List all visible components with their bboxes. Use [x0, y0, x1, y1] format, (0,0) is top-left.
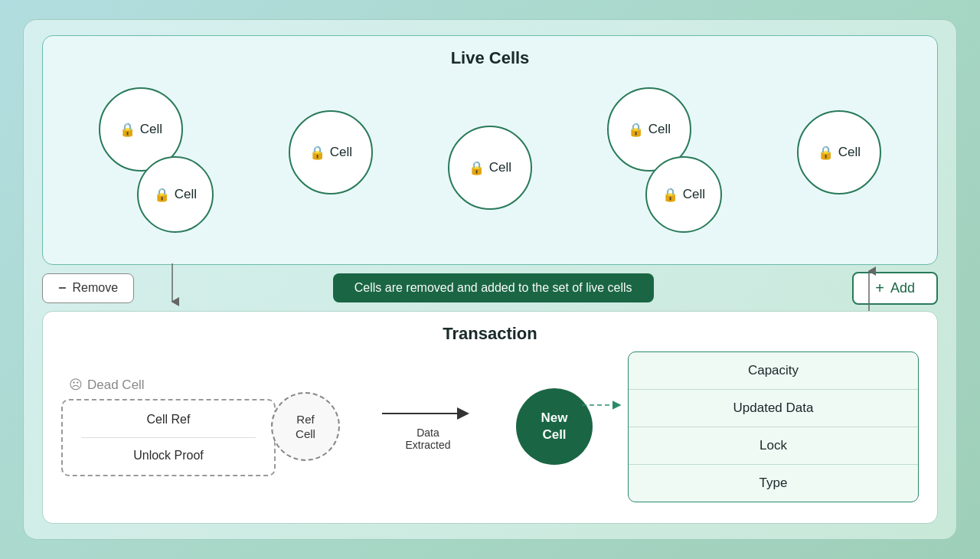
remove-label: Remove — [73, 281, 119, 295]
lock-icon-6: 🔒 — [662, 187, 678, 203]
ref-cell-container: RefCell — [271, 392, 340, 461]
cells-grid: 🔒 Cell 🔒 Cell 🔒 Cell 🔒 Cell — [61, 76, 919, 252]
new-cell-text: NewCell — [541, 410, 568, 443]
live-cell-2: 🔒 Cell — [137, 156, 214, 233]
remove-button[interactable]: − Remove — [42, 273, 134, 303]
cell-col-1: 🔒 Cell 🔒 Cell — [99, 87, 214, 233]
live-cells-section: Live Cells 🔒 Cell 🔒 Cell 🔒 Cell — [42, 35, 938, 265]
transaction-section: Transaction ☹ Dead Cell Cell Ref Unlock … — [42, 311, 938, 524]
capacity-row-3: Type — [629, 465, 918, 502]
cell-label-3: Cell — [330, 145, 352, 160]
arrow-container: Data Extracted — [352, 402, 504, 451]
minus-icon: − — [58, 280, 67, 296]
transaction-title: Transaction — [61, 324, 919, 344]
remove-down-arrow — [165, 263, 180, 312]
cell-label-2: Cell — [175, 187, 197, 202]
middle-row: − Remove Cells are removed and added to … — [42, 265, 938, 311]
lock-icon-7: 🔒 — [818, 145, 834, 161]
sad-icon: ☹ — [69, 377, 83, 393]
live-cell-7: 🔒 Cell — [797, 110, 881, 195]
new-cell: NewCell — [516, 388, 593, 465]
cell-label-7: Cell — [838, 145, 861, 160]
ref-cell: RefCell — [271, 392, 340, 461]
cell-col-2: 🔒 Cell — [289, 110, 373, 195]
data-extracted-arrow — [382, 402, 474, 425]
cell-col-5: 🔒 Cell — [797, 110, 881, 195]
lock-icon-2: 🔒 — [154, 187, 170, 203]
capacity-box: Capacity Updated Data Lock Type — [628, 351, 919, 502]
capacity-row-1: Updated Data — [629, 390, 918, 427]
dead-cell-label: ☹ Dead Cell — [61, 377, 145, 393]
capacity-row-2: Lock — [629, 427, 918, 465]
cell-label-1: Cell — [140, 122, 162, 137]
transaction-content: ☹ Dead Cell Cell Ref Unlock Proof RefCel… — [61, 351, 919, 502]
dead-cell-box: Cell Ref Unlock Proof — [61, 399, 276, 476]
add-label: Add — [890, 280, 915, 296]
main-container: Live Cells 🔒 Cell 🔒 Cell 🔒 Cell — [23, 19, 957, 540]
cell-col-4: 🔒 Cell 🔒 Cell — [607, 87, 722, 233]
lock-icon-4: 🔒 — [469, 160, 485, 176]
cell-label-5: Cell — [648, 122, 671, 137]
cell-label-4: Cell — [489, 160, 511, 175]
cell-col-3: 🔒 Cell — [448, 126, 532, 210]
arrow-label: Data Extracted — [405, 427, 450, 451]
live-cell-3: 🔒 Cell — [289, 110, 373, 195]
capacity-row-0: Capacity — [629, 352, 918, 390]
info-banner: Cells are removed and added to the set o… — [333, 273, 654, 302]
live-cells-title: Live Cells — [61, 48, 919, 68]
live-cell-6: 🔒 Cell — [645, 156, 722, 233]
ref-cell-text: RefCell — [296, 412, 315, 442]
lock-icon-3: 🔒 — [309, 145, 325, 161]
dead-cell-area: ☹ Dead Cell Cell Ref Unlock Proof — [61, 377, 276, 476]
lock-icon-5: 🔒 — [628, 122, 644, 138]
cell-ref-row: Cell Ref — [81, 413, 256, 427]
add-button[interactable]: + Add — [852, 272, 938, 305]
cell-label-6: Cell — [683, 187, 705, 202]
live-cell-4: 🔒 Cell — [448, 126, 532, 210]
plus-icon: + — [875, 280, 884, 297]
lock-icon-1: 🔒 — [119, 122, 136, 138]
unlock-proof-row: Unlock Proof — [81, 449, 256, 463]
